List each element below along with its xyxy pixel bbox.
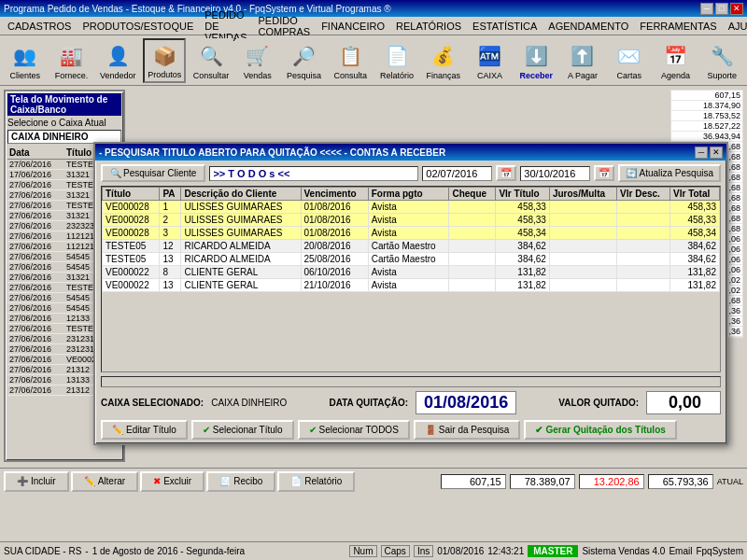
gerar-quitacao-button[interactable]: ✔ Gerar Quitação dos Títulos bbox=[524, 420, 676, 440]
status-num: Num bbox=[349, 545, 376, 557]
toolbar-cartas[interactable]: ✉️ Cartas bbox=[608, 38, 651, 83]
cell-forma: Avista bbox=[368, 279, 449, 292]
relatorio-bottom-button[interactable]: 📄 Relatório bbox=[277, 471, 355, 492]
minimize-button[interactable]: ─ bbox=[700, 3, 713, 15]
cell-pa: 13 bbox=[160, 279, 181, 292]
cell-forma: Cartão Maestro bbox=[368, 253, 449, 266]
cell-pa: 3 bbox=[160, 227, 181, 240]
modal-close-button[interactable]: ✕ bbox=[710, 147, 723, 159]
cell-vir-titulo: 131,82 bbox=[496, 279, 550, 292]
edit-icon: ✏️ bbox=[112, 425, 123, 435]
cell-cheque bbox=[449, 253, 496, 266]
cell-total: 384,62 bbox=[670, 240, 720, 253]
toolbar-apagar[interactable]: ⬆️ A Pagar bbox=[561, 38, 604, 83]
total1: 607,15 bbox=[441, 474, 506, 489]
add-icon: ➕ bbox=[17, 476, 28, 486]
table-row[interactable]: VE000028 2 ULISSES GUIMARAES 01/08/2016 … bbox=[103, 214, 720, 227]
date-from-picker[interactable]: 📅 bbox=[496, 165, 516, 181]
pesquisar-cliente-button[interactable]: 🔍 Pesquisar Cliente bbox=[101, 164, 205, 182]
cell-titulo: VE000022 bbox=[103, 266, 160, 279]
alterar-button[interactable]: ✏️ Alterar bbox=[71, 471, 138, 492]
menu-pedido-compras[interactable]: PEDIDO COMPRAS bbox=[253, 13, 317, 39]
menu-relatorios[interactable]: RELATÓRIOS bbox=[390, 19, 467, 34]
cell-forma: Avista bbox=[368, 266, 449, 279]
valor-quitado-value: 0,00 bbox=[646, 391, 721, 414]
table-row[interactable]: VE000028 3 ULISSES GUIMARAES 01/08/2016 … bbox=[103, 227, 720, 240]
editar-titulo-button[interactable]: ✏️ Editar Título bbox=[101, 420, 188, 440]
menu-bar: CADASTROS PRODUTOS/ESTOQUE PEDIDO DE VEN… bbox=[0, 17, 747, 35]
cell-cheque bbox=[449, 240, 496, 253]
recibo-button[interactable]: 🧾 Recibo bbox=[206, 471, 275, 492]
table-row[interactable]: VE000028 1 ULISSES GUIMARAES 01/08/2016 … bbox=[103, 201, 720, 214]
horizontal-scrollbar[interactable] bbox=[101, 376, 721, 387]
table-row[interactable]: TESTE05 13 RICARDO ALMEIDA 25/08/2016 Ca… bbox=[103, 253, 720, 266]
sair-pesquisa-button[interactable]: 🚪 Sair da Pesquisa bbox=[414, 420, 521, 440]
selecionar-todos-button[interactable]: ✔ Selecionar TODOS bbox=[298, 420, 410, 440]
table-body: VE000028 1 ULISSES GUIMARAES 01/08/2016 … bbox=[103, 201, 720, 292]
cell-vir-titulo: 458,34 bbox=[496, 227, 550, 240]
toolbar-produtos[interactable]: 📦 Produtos bbox=[143, 38, 186, 83]
date-to-input[interactable] bbox=[520, 166, 590, 181]
app-bottom-bar: ➕ Incluir ✏️ Alterar ✖ Excluir 🧾 Recibo … bbox=[0, 468, 747, 494]
table-row[interactable]: TESTE05 12 RICARDO ALMEIDA 20/08/2016 Ca… bbox=[103, 240, 720, 253]
cell-juros bbox=[549, 240, 616, 253]
table-row[interactable]: VE000022 13 CLIENTE GERAL 21/10/2016 Avi… bbox=[103, 279, 720, 292]
data-table-container[interactable]: Título PA Descrição do Cliente Venciment… bbox=[101, 186, 721, 372]
toolbar-pesquisa[interactable]: 🔎 Pesquisa bbox=[283, 38, 326, 83]
toolbar-financas[interactable]: 💰 Finanças bbox=[422, 38, 465, 83]
totals-area: 607,15 78.389,07 13.202,86 65.793,36 ATU… bbox=[441, 474, 743, 489]
update-button[interactable]: 🔄 Atualiza Pesquisa bbox=[618, 164, 721, 182]
col-total: Vlr Total bbox=[670, 188, 720, 201]
fornece-icon: 🏭 bbox=[57, 41, 87, 71]
menu-ajuda[interactable]: AJUDA bbox=[723, 19, 747, 34]
num-row: 18.374,90 bbox=[671, 101, 742, 111]
close-button[interactable]: ✕ bbox=[730, 3, 743, 15]
cell-vencimento: 01/08/2016 bbox=[301, 227, 368, 240]
table-row[interactable]: VE000022 8 CLIENTE GERAL 06/10/2016 Avis… bbox=[103, 266, 720, 279]
search-input[interactable] bbox=[209, 166, 418, 181]
menu-cadastros[interactable]: CADASTROS bbox=[2, 19, 77, 34]
relatorio-icon: 📄 bbox=[382, 41, 412, 71]
toolbar-receber[interactable]: ⬇️ Receber bbox=[514, 38, 557, 83]
cell-pa: 12 bbox=[160, 240, 181, 253]
selecionar-titulo-button[interactable]: ✔ Selecionar Título bbox=[191, 420, 294, 440]
cell-pa: 8 bbox=[160, 266, 181, 279]
col-cliente: Descrição do Cliente bbox=[181, 188, 301, 201]
date-from-input[interactable] bbox=[422, 166, 492, 181]
cell-pa: 2 bbox=[160, 214, 181, 227]
modal-buttons: ✏️ Editar Título ✔ Selecionar Título ✔ S… bbox=[101, 420, 721, 440]
num-row: 18.753,52 bbox=[671, 111, 742, 121]
menu-agendamento[interactable]: AGENDAMENTO bbox=[543, 19, 634, 34]
cell-total: 131,82 bbox=[670, 266, 720, 279]
valor-quitado-label: VALOR QUITADO: bbox=[558, 398, 639, 408]
cell-desc bbox=[617, 227, 670, 240]
toolbar-suporte[interactable]: 🔧 Suporte bbox=[700, 38, 743, 83]
excluir-button[interactable]: ✖ Excluir bbox=[140, 471, 204, 492]
cell-cheque bbox=[449, 214, 496, 227]
col-cheque: Cheque bbox=[449, 188, 496, 201]
toolbar-clientes[interactable]: 👥 Clientes bbox=[4, 38, 47, 83]
toolbar-consulta[interactable]: 📋 Consulta bbox=[329, 38, 372, 83]
maximize-button[interactable]: □ bbox=[715, 3, 728, 15]
incluir-button[interactable]: ➕ Incluir bbox=[4, 471, 69, 492]
status-master: MASTER bbox=[528, 545, 578, 557]
toolbar-relatorio[interactable]: 📄 Relatório bbox=[375, 38, 418, 83]
menu-estatistica[interactable]: ESTATÍSTICA bbox=[467, 19, 543, 34]
vendas-icon: 🛒 bbox=[243, 41, 273, 71]
menu-financeiro[interactable]: FINANCEIRO bbox=[316, 19, 390, 34]
toolbar-caixa[interactable]: 🏧 CAIXA bbox=[469, 38, 512, 83]
toolbar-fornece[interactable]: 🏭 Fornece. bbox=[50, 38, 93, 83]
cell-forma: Avista bbox=[368, 201, 449, 214]
cell-cliente: ULISSES GUIMARAES bbox=[181, 227, 301, 240]
num-row: 18.527,22 bbox=[671, 121, 742, 132]
toolbar-consultar[interactable]: 🔍 Consultar bbox=[190, 38, 233, 83]
toolbar-agenda[interactable]: 📅 Agenda bbox=[655, 38, 698, 83]
cell-total: 458,33 bbox=[670, 214, 720, 227]
menu-ferramentas[interactable]: FERRAMENTAS bbox=[634, 19, 722, 34]
menu-produtos-estoque[interactable]: PRODUTOS/ESTOQUE bbox=[77, 19, 199, 34]
modal-min-button[interactable]: ─ bbox=[695, 147, 708, 159]
date-to-picker[interactable]: 📅 bbox=[594, 165, 614, 181]
toolbar-vendedor[interactable]: 👤 Vendedor bbox=[96, 38, 139, 83]
toolbar-vendas[interactable]: 🛒 Vendas bbox=[236, 38, 279, 83]
cell-titulo: TESTE05 bbox=[103, 253, 160, 266]
